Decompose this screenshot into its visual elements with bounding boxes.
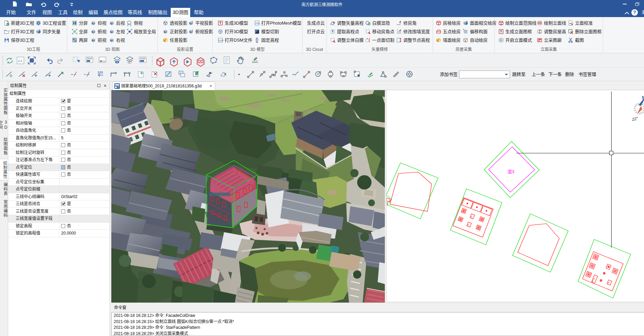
svg-text:混3: 混3 bbox=[507, 169, 514, 174]
svg-text:1:1: 1:1 bbox=[18, 59, 23, 62]
svg-text:添加书签: 添加书签 bbox=[440, 72, 458, 77]
svg-text:上一条: 上一条 bbox=[532, 72, 545, 77]
svg-text:跳转至: 跳转至 bbox=[512, 72, 526, 77]
svg-text:下一条: 下一条 bbox=[548, 72, 562, 77]
svg-text:N: N bbox=[642, 95, 644, 100]
svg-text:22°: 22° bbox=[631, 116, 639, 122]
svg-text:删除: 删除 bbox=[565, 72, 574, 77]
svg-text:123: 123 bbox=[98, 71, 103, 74]
svg-text:书签管理: 书签管理 bbox=[578, 72, 596, 77]
